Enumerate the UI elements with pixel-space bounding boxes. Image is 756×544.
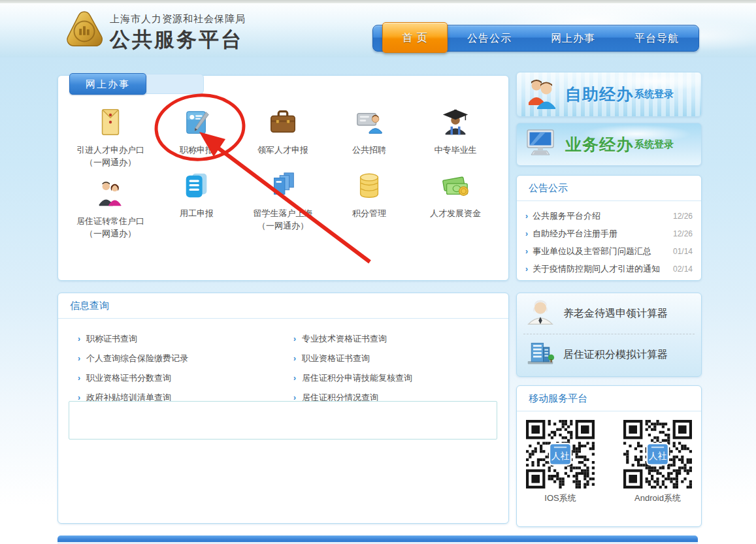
query-link-label: 职称证书查询 xyxy=(86,333,137,345)
announcement-date: 01/14 xyxy=(670,247,693,256)
info-query-links: ›职称证书查询›专业技术资格证书查询›个人查询综合保险缴费记录›职业资格证书查询… xyxy=(58,319,508,408)
announcement-date: 02/14 xyxy=(670,264,693,274)
link-arrow-icon: › xyxy=(525,264,528,274)
calculator-item[interactable]: 养老金待遇申领计算器 xyxy=(517,293,701,334)
nav-tab-1[interactable]: 首 页 xyxy=(382,22,448,53)
briefcase-icon xyxy=(240,107,326,140)
announcements-list: ›公共服务平台介绍12/26›自助经办平台注册手册12/26›事业单位以及主管部… xyxy=(517,201,701,278)
title-card-icon xyxy=(154,107,240,140)
qr-code-icon: 人社 xyxy=(623,420,692,488)
nav-tab-3[interactable]: 网上办事 xyxy=(531,25,615,51)
banner-suffix: 系统登录 xyxy=(634,88,674,101)
info-query-title: 信息查询 xyxy=(58,293,508,319)
svg-text:人社: 人社 xyxy=(649,451,667,461)
link-arrow-icon: › xyxy=(525,229,528,238)
qr-code-icon: 人社 xyxy=(526,420,595,488)
page-title: 公共服务平台 xyxy=(110,26,246,54)
service-label: 领军人才申报 xyxy=(240,144,326,157)
service-label: 人才发展资金 xyxy=(412,207,499,220)
link-arrow-icon: › xyxy=(293,354,296,363)
link-arrow-icon: › xyxy=(78,354,80,363)
notebook-icon xyxy=(154,170,240,203)
svg-text:人社: 人社 xyxy=(551,451,570,461)
announcement-item[interactable]: ›自助经办平台注册手册12/26 xyxy=(517,225,701,242)
service-label: 居住证转常住户口 xyxy=(67,215,154,228)
link-arrow-icon: › xyxy=(525,247,528,256)
couple-icon xyxy=(67,178,154,211)
nav-tab-4[interactable]: 平台导航 xyxy=(615,25,698,51)
link-arrow-icon: › xyxy=(293,374,296,383)
link-arrow-icon: › xyxy=(78,334,80,344)
qr-item: 人社Android系统 xyxy=(623,420,692,504)
announcement-item[interactable]: ›关于疫情防控期间人才引进的通知02/14 xyxy=(517,260,701,278)
announcements-title: 公告公示 xyxy=(517,176,701,201)
footer-bar xyxy=(58,536,698,542)
org-name: 上海市人力资源和社会保障局 xyxy=(110,13,246,25)
service-item[interactable]: 居住证转常住户口（一网通办） xyxy=(67,165,154,229)
service-label: 积分管理 xyxy=(326,207,412,220)
service-sublabel: （一网通办） xyxy=(240,220,326,232)
online-services-panel: 网上办事 引进人才申办户口（一网通办）职称申报领军人才申报公共招聘中专毕业生居住… xyxy=(58,75,509,281)
service-label: 留学生落户上海 xyxy=(240,207,326,220)
service-item[interactable]: 留学生落户上海（一网通办） xyxy=(240,165,326,229)
link-arrow-icon: › xyxy=(293,334,296,344)
query-link[interactable]: ›个人查询综合保险缴费记录 xyxy=(78,349,293,368)
nav-tab-2[interactable]: 公告公示 xyxy=(448,25,531,51)
query-link[interactable]: ›职称证书查询 xyxy=(78,329,293,349)
database-icon xyxy=(326,170,412,203)
announcement-title: 事业单位以及主管部门问题汇总 xyxy=(533,246,651,257)
mobile-platform-panel: 移动服务平台 人社IOS系统人社Android系统 xyxy=(516,385,702,527)
computer-icon xyxy=(525,126,559,163)
service-item[interactable]: 公共招聘 xyxy=(326,102,412,165)
tab-online-services[interactable]: 网上办事 xyxy=(69,73,146,95)
query-link[interactable]: ›专业技术资格证书查询 xyxy=(293,329,502,349)
info-query-panel: 信息查询 ›职称证书查询›专业技术资格证书查询›个人查询综合保险缴费记录›职业资… xyxy=(58,293,509,524)
announcement-date: 12/26 xyxy=(670,212,693,221)
service-label: 职称申报 xyxy=(154,144,240,157)
query-link[interactable]: ›职业资格证书查询 xyxy=(293,349,502,368)
calculator-label: 养老金待遇申领计算器 xyxy=(563,307,668,321)
announcement-title: 自助经办平台注册手册 xyxy=(533,228,617,240)
mobile-platform-title: 移动服务平台 xyxy=(517,386,701,411)
link-arrow-icon: › xyxy=(525,212,528,221)
service-item[interactable]: 用工申报 xyxy=(154,165,240,229)
page-body: 网上办事 引进人才申办户口（一网通办）职称申报领军人才申报公共招聘中专毕业生居住… xyxy=(0,57,756,544)
services-grid: 引进人才申办户口（一网通办）职称申报领军人才申报公共招聘中专毕业生居住证转常住户… xyxy=(67,102,499,229)
announcement-item[interactable]: ›公共服务平台介绍12/26 xyxy=(517,207,701,225)
announcement-item[interactable]: ›事业单位以及主管部门问题汇总01/14 xyxy=(517,242,701,260)
service-item[interactable]: 引进人才申办户口（一网通办） xyxy=(67,102,154,165)
announcement-title: 公共服务平台介绍 xyxy=(533,210,600,222)
query-link-label: 职业资格证书查询 xyxy=(302,353,370,364)
service-item[interactable]: 人才发展资金 xyxy=(412,165,499,229)
business-login-banner[interactable]: 业务经办系统登录 xyxy=(516,123,702,166)
envelope-icon xyxy=(67,107,154,140)
service-item[interactable]: 职称申报 xyxy=(154,102,240,165)
link-arrow-icon: › xyxy=(78,374,80,383)
calculator-item[interactable]: 居住证积分模拟计算器 xyxy=(517,334,701,375)
calculators-panel: 养老金待遇申领计算器居住证积分模拟计算器 xyxy=(516,293,702,377)
site-logo-icon xyxy=(64,10,105,53)
announcement-title: 关于疫情防控期间人才引进的通知 xyxy=(533,263,660,275)
service-item[interactable]: 中专毕业生 xyxy=(412,102,499,165)
service-label: 公共招聘 xyxy=(326,144,412,157)
users-icon xyxy=(525,76,559,113)
main-nav: 首 页公告公示网上办事平台导航 xyxy=(372,25,699,52)
banner-title: 业务经办 xyxy=(565,134,633,155)
query-link[interactable]: ›居住证积分申请技能复核查询 xyxy=(293,368,502,388)
query-link-label: 个人查询综合保险缴费记录 xyxy=(86,353,188,364)
self-service-login-banner[interactable]: 自助经办系统登录 xyxy=(516,72,702,117)
site-header: 上海市人力资源和社会保障局 公共服务平台 首 页公告公示网上办事平台导航 xyxy=(0,3,756,57)
service-item[interactable]: 积分管理 xyxy=(326,165,412,229)
service-label: 中专毕业生 xyxy=(412,144,499,157)
announcement-date: 12/26 xyxy=(670,229,693,238)
qr-label: IOS系统 xyxy=(526,492,595,504)
banner-suffix: 系统登录 xyxy=(634,138,674,151)
query-link[interactable]: ›职业资格证书分数查询 xyxy=(78,368,293,388)
calculator-label: 居住证积分模拟计算器 xyxy=(563,348,668,362)
services-tab-extension xyxy=(146,74,204,94)
service-item[interactable]: 领军人才申报 xyxy=(240,102,326,165)
empty-notice-box xyxy=(69,401,497,440)
query-link-label: 专业技术资格证书查询 xyxy=(302,333,387,345)
building-icon xyxy=(526,339,555,370)
service-label: 引进人才申办户口 xyxy=(67,144,154,157)
